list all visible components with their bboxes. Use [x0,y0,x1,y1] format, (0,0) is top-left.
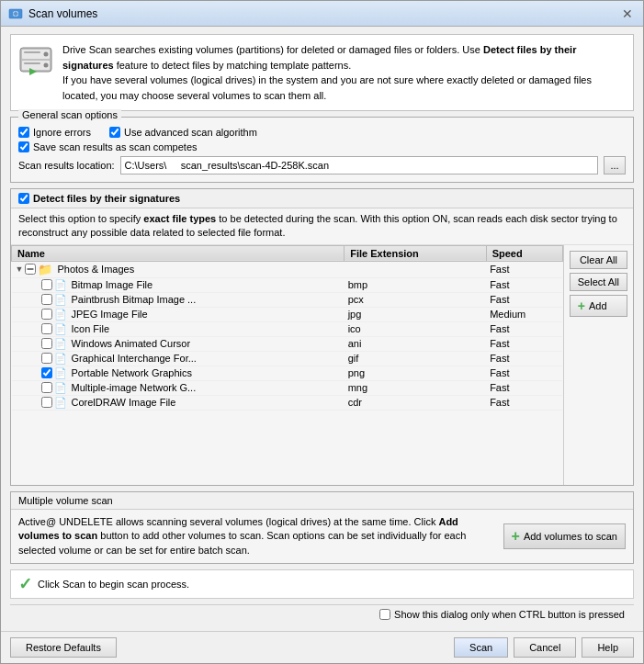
show-dialog-checkbox[interactable] [379,609,390,620]
table-cell-ext: cdr [345,395,486,410]
signatures-section: Detect files by their signatures Select … [10,188,634,486]
add-volumes-icon: + [512,528,520,545]
row-checkbox[interactable] [41,367,52,378]
row-checkbox[interactable] [41,279,52,290]
col-ext: File Extension [345,245,486,261]
table-cell-name: 📄Windows Animated Cursor [12,336,345,351]
svg-point-6 [44,52,49,57]
show-dialog-check[interactable]: Show this dialog only when CTRL button i… [379,609,625,620]
detect-signatures-label[interactable]: Detect files by their signatures [18,193,180,204]
table-cell-name: 📄CorelDRAW Image File [12,395,345,410]
table-cell-name: 📄Bitmap Image File [12,277,345,292]
row-name: Multiple-image Network G... [72,382,197,393]
file-icon: 📄 [54,367,67,379]
scan-location-input[interactable] [120,156,598,174]
table-row: ▼📁Photos & ImagesFast [12,261,563,277]
info-line1: Drive Scan searches existing volumes (pa… [62,44,576,71]
file-icon: 📄 [54,338,67,350]
table-row: 📄CorelDRAW Image FilecdrFast [12,395,563,410]
file-table-container: Name File Extension Speed ▼📁Photos & Ima… [11,245,564,485]
add-button[interactable]: + + Add Add [570,295,627,317]
close-button[interactable]: ✕ [619,6,636,22]
signatures-description: Select this option to specify exact file… [11,208,633,245]
row-checkbox[interactable] [41,353,52,364]
row-checkbox[interactable] [41,294,52,305]
row-checkbox[interactable] [25,264,36,275]
file-icon: 📄 [54,279,67,291]
table-cell-ext: pcx [345,292,486,307]
multi-volume-section: Multiple volume scan Active@ UNDELETE al… [10,491,634,564]
table-cell-speed: Medium [486,307,562,321]
row-name: CorelDRAW Image File [72,397,176,408]
ignore-errors-checkbox[interactable] [18,127,29,138]
detect-signatures-checkbox[interactable] [18,193,29,204]
table-row: 📄JPEG Image FilejpgMedium [12,307,563,321]
add-volumes-button[interactable]: + Add volumes to scan [503,523,626,549]
table-cell-name: 📄JPEG Image File [12,307,345,321]
options-row-1: Ignore errors Use advanced scan algorith… [18,127,626,138]
save-results-label[interactable]: Save scan results as scan competes [18,141,198,152]
table-cell-ext: gif [345,351,486,366]
advanced-algo-label[interactable]: Use advanced scan algorithm [109,127,257,138]
table-side-buttons: Clear All Select All + + Add Add [564,245,633,485]
table-cell-speed: Fast [486,351,562,366]
svg-rect-8 [24,51,40,53]
table-area: Name File Extension Speed ▼📁Photos & Ima… [11,245,633,485]
table-row: 📄Graphical Interchange For...gifFast [12,351,563,366]
general-scan-options-group: General scan options Ignore errors Use a… [10,117,634,183]
table-cell-name: ▼📁Photos & Images [12,261,345,277]
row-checkbox[interactable] [41,323,52,334]
status-message: Click Scan to begin scan process. [38,579,189,590]
info-text: Drive Scan searches existing volumes (pa… [62,42,626,103]
row-checkbox[interactable] [41,382,52,393]
table-row: 📄Icon FileicoFast [12,321,563,336]
info-line2: If you have several volumes (logical dri… [62,74,592,101]
file-icon: 📄 [54,323,67,335]
row-checkbox[interactable] [41,338,52,349]
table-cell-speed: Fast [486,261,562,277]
restore-defaults-button[interactable]: Restore Defaults [10,637,117,658]
row-checkbox[interactable] [41,309,52,320]
table-cell-name: 📄Graphical Interchange For... [12,351,345,366]
window-content: Drive Scan searches existing volumes (pa… [1,27,643,631]
row-name: Graphical Interchange For... [72,353,197,364]
scan-location-label: Scan results location: [18,160,115,171]
multi-volume-body: Active@ UNDELETE allows scanning several… [11,510,633,563]
table-cell-speed: Fast [486,321,562,336]
ignore-errors-label[interactable]: Ignore errors [18,127,91,138]
cancel-button[interactable]: Cancel [514,637,576,658]
row-name: Windows Animated Cursor [72,338,191,349]
save-results-checkbox[interactable] [18,141,29,152]
footer-bar: Restore Defaults Scan Cancel Help [1,631,643,663]
options-row-2: Save scan results as scan competes [18,141,626,152]
add-icon: + [578,298,585,313]
multi-volume-text: Active@ UNDELETE allows scanning several… [18,515,494,557]
file-icon: 📄 [54,397,67,409]
table-cell-name: 📄Paintbrush Bitmap Image ... [12,292,345,307]
table-row: 📄Windows Animated CursoraniFast [12,336,563,351]
window-title: Scan volumes [28,7,619,20]
hdd-icon [18,42,53,77]
expand-arrow[interactable]: ▼ [16,264,24,274]
help-button[interactable]: Help [582,637,634,658]
clear-all-button[interactable]: Clear All [570,251,627,269]
table-row: 📄Portable Network GraphicspngFast [12,366,563,380]
table-row: 📄Paintbrush Bitmap Image ...pcxFast [12,292,563,307]
file-table-body: ▼📁Photos & ImagesFast📄Bitmap Image Fileb… [12,261,563,410]
scan-button[interactable]: Scan [454,637,508,658]
row-name: Photos & Images [57,264,134,275]
browse-button[interactable]: ... [604,156,626,174]
row-checkbox[interactable] [41,397,52,408]
bottom-bar: Show this dialog only when CTRL button i… [10,604,634,624]
advanced-algo-checkbox[interactable] [109,127,120,138]
row-name: JPEG Image File [72,309,148,320]
file-icon: 📄 [54,309,67,321]
show-dialog-label: Show this dialog only when CTRL button i… [394,609,625,620]
row-name: Portable Network Graphics [72,367,192,378]
select-all-button[interactable]: Select All [570,273,627,291]
file-table: Name File Extension Speed ▼📁Photos & Ima… [11,245,563,411]
table-row: 📄Multiple-image Network G...mngFast [12,380,563,395]
file-table-scroll[interactable]: Name File Extension Speed ▼📁Photos & Ima… [11,245,563,429]
file-icon: 📄 [54,353,67,365]
table-cell-ext: jpg [345,307,486,321]
